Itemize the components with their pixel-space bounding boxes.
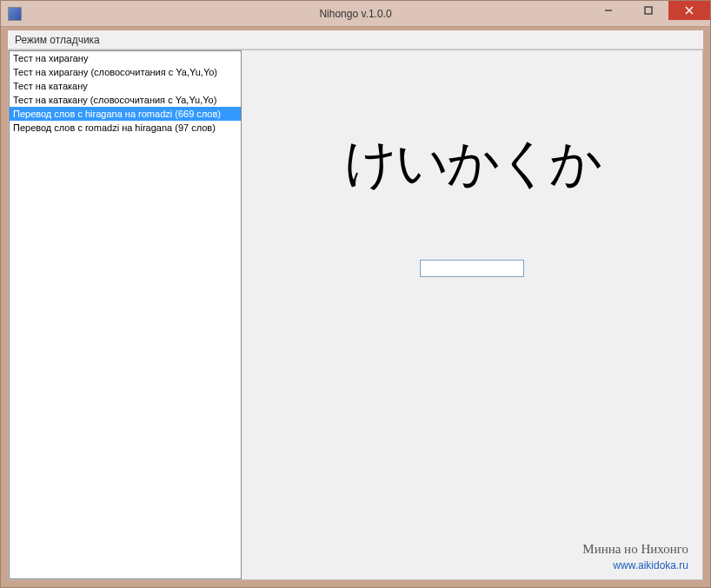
close-button[interactable]: [668, 1, 710, 20]
footer: Минна но Нихонго www.aikidoka.ru: [582, 542, 688, 572]
main-panel: けいかくか Минна но Нихонго www.aikidoka.ru: [242, 50, 702, 579]
list-item[interactable]: Тест на катакану: [10, 79, 241, 93]
app-window: Nihongo v.1.0.0 Режим отладчика Тест на …: [0, 0, 711, 588]
minimize-icon: [604, 6, 613, 15]
list-item[interactable]: Тест на хирагану (словосочитания с Ya,Yu…: [10, 65, 241, 79]
test-list[interactable]: Тест на хирагануТест на хирагану (словос…: [9, 50, 242, 579]
list-item[interactable]: Перевод слов с hiragana на romadzi (669 …: [10, 107, 241, 121]
footer-title: Минна но Нихонго: [582, 542, 688, 557]
app-icon: [8, 7, 22, 21]
list-item[interactable]: Тест на хирагану: [10, 51, 241, 65]
list-item[interactable]: Тест на катакану (словосочитания с Ya,Yu…: [10, 93, 241, 107]
titlebar: Nihongo v.1.0.0: [1, 1, 710, 27]
maximize-icon: [644, 6, 653, 15]
svg-rect-1: [645, 7, 652, 14]
close-icon: [685, 6, 694, 15]
japanese-word: けいかくか: [344, 129, 601, 199]
window-controls: [588, 1, 710, 20]
maximize-button[interactable]: [628, 1, 668, 20]
footer-link[interactable]: www.aikidoka.ru: [613, 559, 688, 571]
menubar: Режим отладчика: [8, 30, 703, 50]
content-area: Тест на хирагануТест на хирагану (словос…: [8, 50, 703, 580]
minimize-button[interactable]: [588, 1, 628, 20]
list-item[interactable]: Перевод слов с romadzi на hiragana (97 с…: [10, 121, 241, 135]
answer-input[interactable]: [420, 260, 524, 277]
menu-debug-mode[interactable]: Режим отладчика: [8, 32, 107, 48]
window-title: Nihongo v.1.0.0: [319, 8, 391, 20]
